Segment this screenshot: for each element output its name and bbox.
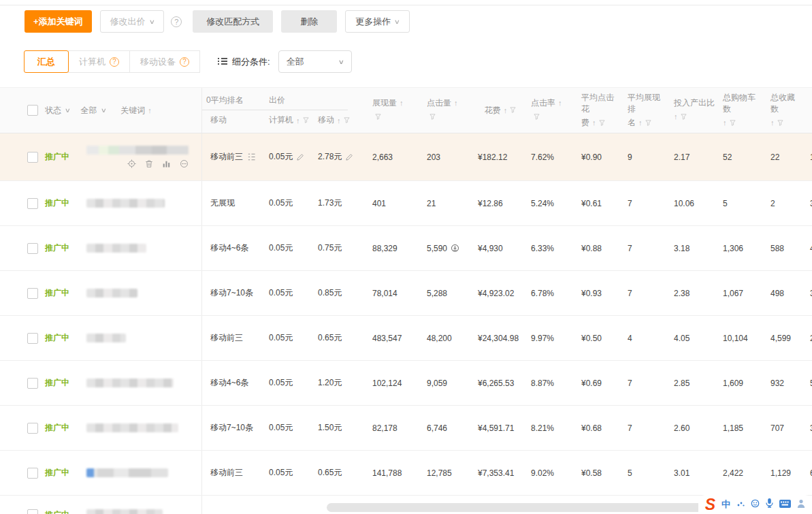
help-icon[interactable]: ? xyxy=(171,16,182,27)
select-all-checkbox[interactable] xyxy=(27,105,38,116)
row-checkbox[interactable] xyxy=(27,378,38,389)
modify-match-button[interactable]: 修改匹配方式 xyxy=(193,10,273,33)
download-circle-icon[interactable] xyxy=(451,244,459,253)
keyword-cell[interactable] xyxy=(86,423,178,432)
bar-chart-icon[interactable] xyxy=(162,159,171,168)
delete-button[interactable]: 删除 xyxy=(281,10,337,33)
sort-asc-icon[interactable]: ↑ xyxy=(337,116,341,125)
row-checkbox[interactable] xyxy=(27,198,38,209)
filter-icon[interactable] xyxy=(599,118,605,129)
keyword-cell[interactable] xyxy=(86,468,168,477)
sort-asc-icon[interactable]: ↑ xyxy=(592,118,596,127)
avg-show-rank-cell: 5 xyxy=(619,451,666,495)
user-icon[interactable] xyxy=(797,498,805,511)
segment-filter-select[interactable]: 全部 ∨ xyxy=(278,50,352,73)
bid-mobile-cell: 0.75元 xyxy=(310,226,364,270)
sort-asc-icon[interactable]: ↑ xyxy=(400,99,404,107)
cost-cell: ¥4,923.02 xyxy=(470,271,523,315)
microphone-icon[interactable] xyxy=(766,498,773,511)
row-fixed-cell: 推广中 xyxy=(0,316,202,360)
keyboard-icon[interactable] xyxy=(779,498,791,511)
chinese-mode-icon[interactable]: 中 xyxy=(721,498,730,511)
modify-bid-button[interactable]: 修改出价∨ xyxy=(100,10,165,33)
rank-cell: 移动前三 xyxy=(202,451,261,495)
status-badge: 推广中 xyxy=(45,509,78,514)
keyword-cell[interactable] xyxy=(86,509,163,514)
filter-icon[interactable] xyxy=(645,118,651,129)
sort-asc-icon[interactable]: ↑ xyxy=(638,118,643,127)
row-fixed-cell: 推广中 xyxy=(0,271,202,315)
add-keyword-button[interactable]: +添加关键词 xyxy=(25,10,92,33)
row-checkbox[interactable] xyxy=(27,423,38,434)
row-checkbox[interactable] xyxy=(27,468,38,479)
row-checkbox[interactable] xyxy=(27,333,38,344)
row-hover-actions xyxy=(86,159,189,168)
keyword-cell[interactable] xyxy=(86,244,146,253)
edit-pencil-icon[interactable] xyxy=(296,153,304,161)
chevron-down-icon: ∨ xyxy=(148,18,155,25)
total-fav-cell: 588 xyxy=(762,226,802,270)
keyword-redacted xyxy=(86,289,137,298)
clipped-cell: 3 xyxy=(802,181,812,225)
more-icon[interactable] xyxy=(180,159,189,168)
rank-detail-icon[interactable] xyxy=(247,152,256,161)
filter-icon[interactable] xyxy=(375,112,381,123)
sort-asc-icon[interactable]: ↑ xyxy=(558,99,562,107)
scope-column-header[interactable]: 全部 xyxy=(81,105,97,116)
keyword-column-header[interactable]: 关键词 xyxy=(120,105,145,116)
bid-pc-cell: 0.05元 xyxy=(261,226,310,270)
tab-summary[interactable]: 汇总 xyxy=(24,50,69,73)
filter-icon[interactable] xyxy=(777,118,783,129)
total-fav-cell: 1,129 xyxy=(762,451,802,495)
row-checkbox[interactable] xyxy=(27,509,38,514)
keyword-cell[interactable] xyxy=(86,146,189,168)
sort-asc-icon[interactable]: ↑ xyxy=(148,106,152,114)
filter-icon[interactable] xyxy=(429,112,436,123)
keyword-redacted xyxy=(86,379,174,387)
filter-icon[interactable] xyxy=(303,116,309,125)
sort-asc-icon[interactable]: ↑ xyxy=(723,118,727,127)
row-checkbox[interactable] xyxy=(27,288,38,299)
tab-computer[interactable]: 计算机? xyxy=(68,50,130,73)
filter-icon[interactable] xyxy=(681,112,687,123)
chevron-down-icon[interactable]: ∨ xyxy=(65,107,71,114)
locate-icon[interactable] xyxy=(127,159,136,168)
avg-show-rank-cell: 7 xyxy=(619,361,666,405)
filter-icon[interactable] xyxy=(730,118,736,129)
keyword-cell[interactable] xyxy=(86,379,174,387)
bid-mobile-label: 移动 xyxy=(318,114,334,126)
sort-asc-icon[interactable]: ↑ xyxy=(296,116,300,125)
help-icon[interactable]: ? xyxy=(110,57,119,67)
emoji-icon[interactable] xyxy=(751,498,760,511)
keyword-redacted xyxy=(86,509,163,514)
keyword-cell[interactable] xyxy=(86,289,137,298)
keyword-cell[interactable] xyxy=(86,334,126,342)
filter-icon[interactable] xyxy=(510,105,516,116)
sort-asc-icon[interactable]: ↑ xyxy=(674,112,678,121)
keyword-cell[interactable] xyxy=(86,199,165,208)
row-checkbox[interactable] xyxy=(27,152,38,163)
sort-asc-icon[interactable]: ↑ xyxy=(770,118,775,127)
sort-asc-icon[interactable]: ↑ xyxy=(454,99,458,107)
more-actions-button[interactable]: 更多操作∨ xyxy=(345,10,410,33)
sogou-logo[interactable]: S xyxy=(705,498,715,511)
chevron-down-icon[interactable]: ∨ xyxy=(100,107,106,114)
clicks-column-header: 点击量↑ xyxy=(419,88,470,133)
status-badge: 推广中 xyxy=(45,242,78,254)
status-column-header[interactable]: 状态 xyxy=(45,105,61,116)
row-checkbox[interactable] xyxy=(27,243,38,254)
tab-mobile[interactable]: 移动设备? xyxy=(129,50,200,73)
impressions-column-header: 展现量↑ xyxy=(364,88,419,133)
help-icon[interactable]: ? xyxy=(180,57,189,67)
edit-pencil-icon[interactable] xyxy=(345,153,353,161)
row-fixed-cell: 推广中 xyxy=(0,181,202,225)
sort-asc-icon[interactable]: ↑ xyxy=(504,105,508,116)
dots-icon[interactable] xyxy=(736,498,745,511)
clipped-cell: 3 xyxy=(802,406,812,450)
total-fav-cell: 498 xyxy=(762,271,802,315)
trash-icon[interactable] xyxy=(145,159,153,168)
roi-label: 投入产出比 xyxy=(674,97,715,109)
filter-icon[interactable] xyxy=(344,116,350,125)
filter-icon[interactable] xyxy=(534,112,540,123)
clicks-cell: 21 xyxy=(419,181,470,225)
